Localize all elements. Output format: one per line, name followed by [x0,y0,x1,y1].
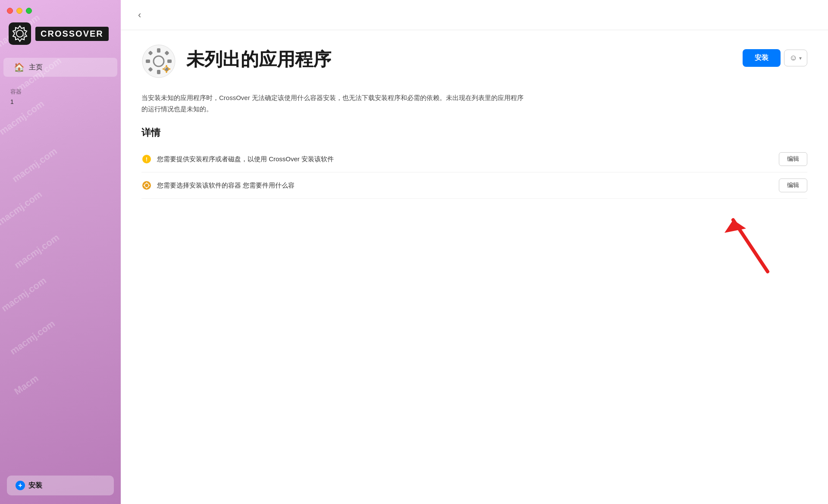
details-title: 详情 [141,126,807,139]
top-bar: ‹ [121,0,828,30]
header-actions: 安装 ☺ ▾ [743,49,807,67]
home-icon: 🏠 [14,62,25,72]
sidebar-section-label: 容器 [0,81,121,97]
minimize-button[interactable] [16,8,22,14]
logo-text: CROSSOVER [35,27,109,41]
description-text: 当安装未知的应用程序时，CrossOver 无法确定该使用什么容器安装，也无法下… [141,92,530,114]
watermark-8: macmj.com [8,318,57,357]
svg-rect-24 [146,182,147,184]
install-button[interactable]: 安装 [743,49,781,67]
maximize-button[interactable] [26,8,32,14]
sidebar-section-count: 1 [0,97,121,110]
edit-button-2[interactable]: 编辑 [779,178,807,192]
svg-rect-9 [146,59,150,63]
detail-text-2: 您需要选择安装该软件的容器 您需要件用什么容 [157,182,774,190]
chevron-down-icon: ▾ [799,55,802,61]
sidebar-nav: 🏠 主页 [0,53,121,81]
edit-button-1[interactable]: 编辑 [779,152,807,166]
svg-rect-7 [157,48,160,53]
traffic-lights [0,0,121,18]
watermark-5: macmj.com [0,189,44,228]
sidebar-install-label: 安装 [28,481,42,490]
svg-rect-19 [169,69,170,70]
app-logo: CROSSOVER [0,18,121,53]
sidebar-bottom: + 安装 [0,467,121,504]
svg-rect-25 [146,187,147,188]
app-title-area: 未列出的应用程序 [186,44,732,72]
watermark-6: macmj.com [12,232,61,271]
app-header: 未列出的应用程序 安装 ☺ ▾ [141,44,807,78]
sidebar-install-button[interactable]: + 安装 [7,476,114,495]
svg-rect-17 [166,71,167,73]
sidebar-item-home[interactable]: 🏠 主页 [3,58,117,77]
svg-rect-16 [166,65,167,67]
sidebar: macmj.com macmj.com macmj.com macmj.com … [0,0,121,504]
logo-icon [9,22,31,45]
detail-row-2: 您需要选择安装该软件的容器 您需要件用什么容 编辑 [141,172,807,199]
svg-text:!: ! [146,156,147,163]
close-button[interactable] [7,8,13,14]
svg-rect-8 [157,70,160,74]
back-button[interactable]: ‹ [135,8,144,22]
smiley-icon: ☺ [790,53,797,63]
content-area: 未列出的应用程序 安装 ☺ ▾ 当安装未知的应用程序时，CrossOver 无法… [121,30,828,504]
svg-rect-26 [144,185,145,186]
watermark-7: macmj.com [0,275,49,314]
detail-text-1: 您需要提供安装程序或者磁盘，以使用 CrossOver 安装该软件 [157,155,774,163]
svg-rect-10 [167,59,172,63]
watermark-4: macmj.com [10,146,59,185]
warning-icon: ! [141,154,152,164]
plus-icon: + [16,481,25,490]
app-title: 未列出的应用程序 [186,47,732,72]
main-content: ‹ [121,0,828,504]
sidebar-item-label-home: 主页 [29,63,43,72]
info-icon [141,180,152,191]
svg-rect-18 [163,69,164,70]
detail-row-1: ! 您需要提供安装程序或者磁盘，以使用 CrossOver 安装该软件 编辑 [141,146,807,172]
app-icon [141,44,176,78]
watermark-9: Macm [12,373,41,397]
svg-rect-27 [148,185,150,186]
more-options-button[interactable]: ☺ ▾ [784,50,807,66]
